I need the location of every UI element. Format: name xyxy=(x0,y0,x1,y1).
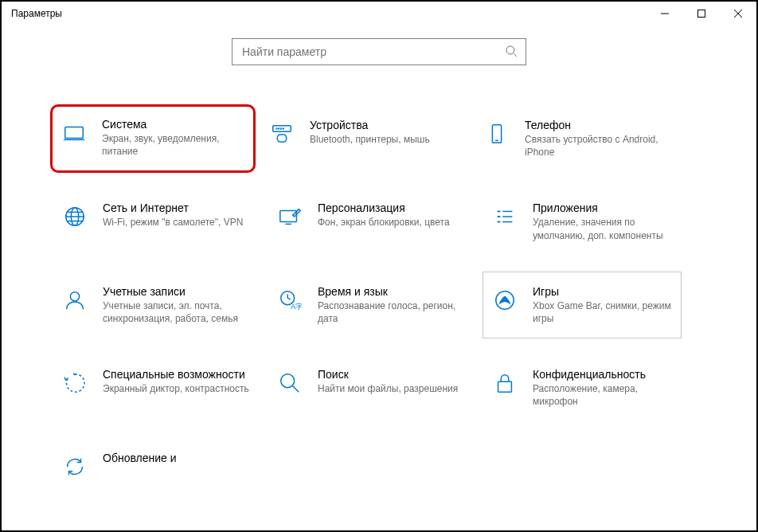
category-title: Обновление и xyxy=(103,452,252,464)
category-desc: Экранный диктор, контрастность xyxy=(103,382,252,395)
category-desc: Учетные записи, эл. почта, синхронизация… xyxy=(103,299,252,325)
category-desc: Bluetooth, принтеры, мышь xyxy=(310,133,459,146)
network-icon xyxy=(61,203,88,230)
category-desc: Экран, звук, уведомления, питание xyxy=(102,132,245,158)
category-search[interactable]: Поиск Найти мои файлы, разрешения xyxy=(272,364,471,412)
category-desc: Распознавание голоса, регион, дата xyxy=(318,299,467,325)
category-title: Учетные записи xyxy=(103,285,252,298)
svg-point-29 xyxy=(70,291,79,300)
category-desc: Связать устройство с Android, iPhone xyxy=(525,133,674,158)
svg-point-35 xyxy=(281,374,295,388)
svg-rect-37 xyxy=(498,381,512,392)
svg-rect-1 xyxy=(698,10,705,18)
categories-grid: Система Экран, звук, уведомления, питани… xyxy=(2,72,756,484)
accessibility-icon xyxy=(61,370,88,397)
category-desc: Xbox Game Bar, снимки, режим игры xyxy=(533,299,673,325)
category-title: Система xyxy=(102,118,245,131)
category-title: Время и язык xyxy=(318,285,467,298)
svg-point-10 xyxy=(279,128,279,129)
apps-icon xyxy=(491,203,518,230)
search-box[interactable] xyxy=(232,38,526,65)
category-title: Конфиденциальность xyxy=(533,368,682,381)
category-privacy[interactable]: Конфиденциальность Расположение, камера,… xyxy=(487,364,686,412)
category-system[interactable]: Система Экран, звук, уведомления, питани… xyxy=(50,104,256,173)
category-desc: Фон, экран блокировки, цвета xyxy=(318,216,467,229)
svg-point-11 xyxy=(281,128,282,129)
window-title: Параметры xyxy=(11,8,62,19)
category-title: Телефон xyxy=(525,119,674,131)
svg-rect-13 xyxy=(277,135,286,142)
category-accounts[interactable]: Учетные записи Учетные записи, эл. почта… xyxy=(57,281,256,329)
svg-point-4 xyxy=(506,46,514,54)
games-icon xyxy=(491,287,518,314)
close-button[interactable] xyxy=(720,2,756,25)
window-controls xyxy=(647,2,756,25)
minimize-button[interactable] xyxy=(647,2,683,25)
category-phone[interactable]: Телефон Связать устройство с Android, iP… xyxy=(479,115,678,162)
svg-line-36 xyxy=(293,386,299,393)
category-title: Приложения xyxy=(533,201,682,214)
system-icon xyxy=(61,119,88,147)
category-title: Персонализация xyxy=(318,201,467,214)
svg-rect-6 xyxy=(65,127,84,139)
category-title: Сеть и Интернет xyxy=(103,201,252,214)
accounts-icon xyxy=(61,287,88,314)
svg-line-32 xyxy=(287,298,291,299)
titlebar: Параметры xyxy=(2,2,756,25)
search-input[interactable] xyxy=(240,45,505,59)
maximize-button[interactable] xyxy=(683,2,720,25)
search-category-icon xyxy=(276,370,303,397)
category-update[interactable]: Обновление и xyxy=(57,448,256,484)
category-title: Поиск xyxy=(318,368,467,381)
category-accessibility[interactable]: Специальные возможности Экранный диктор,… xyxy=(57,364,256,412)
svg-text:A字: A字 xyxy=(291,303,302,311)
search-icon xyxy=(505,45,518,60)
svg-point-12 xyxy=(283,128,283,129)
category-personalization[interactable]: Персонализация Фон, экран блокировки, цв… xyxy=(272,198,471,245)
category-desc: Найти мои файлы, разрешения xyxy=(318,382,467,395)
category-title: Специальные возможности xyxy=(103,368,252,381)
category-desc: Удаление, значения по умолчанию, доп. ко… xyxy=(533,216,682,241)
category-games[interactable]: Игры Xbox Game Bar, снимки, режим игры xyxy=(483,272,682,338)
privacy-icon xyxy=(491,370,518,397)
category-desc: Расположение, камера, микрофон xyxy=(533,382,682,408)
time-language-icon: A字 xyxy=(276,287,303,314)
category-devices[interactable]: Устройства Bluetooth, принтеры, мышь xyxy=(264,115,463,162)
search-row xyxy=(2,25,756,72)
category-network[interactable]: Сеть и Интернет Wi-Fi, режим "в самолете… xyxy=(57,198,256,245)
settings-window: Параметры xyxy=(0,0,758,532)
devices-icon xyxy=(268,120,295,147)
category-apps[interactable]: Приложения Удаление, значения по умолчан… xyxy=(487,198,686,245)
svg-line-5 xyxy=(514,53,517,57)
personalization-icon xyxy=(276,203,303,230)
category-desc: Wi-Fi, режим "в самолете", VPN xyxy=(103,216,252,229)
category-title: Игры xyxy=(533,285,673,298)
update-icon xyxy=(61,453,88,480)
category-title: Устройства xyxy=(310,119,459,131)
phone-icon xyxy=(483,120,510,147)
category-time-language[interactable]: A字 Время и язык Распознавание голоса, ре… xyxy=(272,281,471,329)
svg-point-9 xyxy=(276,128,277,129)
